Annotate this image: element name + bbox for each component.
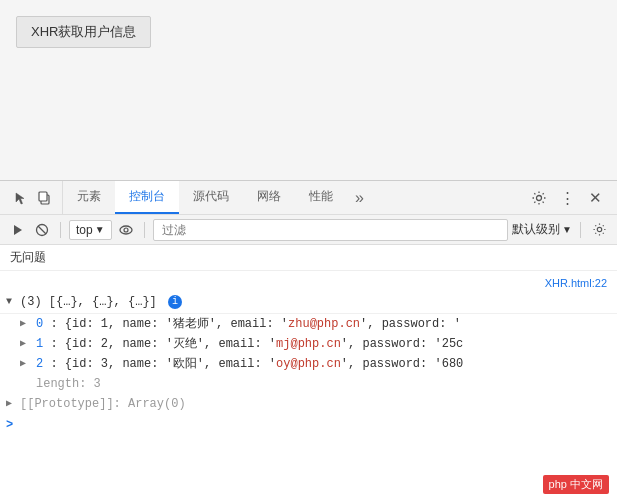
ellipsis-icon[interactable]: ⋮: [557, 188, 577, 208]
console-output: XHR.html:22 ▼ (3) [{…}, {…}, {…}] i ▶ 0 …: [0, 271, 617, 502]
prompt-symbol: >: [6, 418, 13, 432]
svg-line-5: [38, 226, 46, 234]
eye-icon[interactable]: [116, 220, 136, 240]
tab-performance[interactable]: 性能: [295, 181, 347, 214]
more-tabs-button[interactable]: »: [347, 181, 372, 214]
block-icon[interactable]: [32, 220, 52, 240]
xhr-button[interactable]: XHR获取用户信息: [16, 16, 151, 48]
devtools-actions: ⋮ ✕: [521, 188, 613, 208]
svg-point-6: [120, 226, 132, 234]
gear-icon[interactable]: [529, 188, 549, 208]
item-1-toggle[interactable]: ▶: [20, 336, 26, 351]
devtools-tabs-list: 元素 控制台 源代码 网络 性能 »: [63, 181, 521, 214]
item-2-toggle[interactable]: ▶: [20, 356, 26, 371]
file-link[interactable]: XHR.html:22: [0, 275, 617, 291]
no-issues-bar: 无问题: [0, 245, 617, 271]
top-area: XHR获取用户信息: [0, 0, 617, 180]
item-0-index: 0: [36, 317, 43, 331]
svg-marker-3: [14, 225, 22, 235]
no-issues-text: 无问题: [10, 250, 46, 264]
prototype-toggle[interactable]: ▶: [6, 396, 12, 411]
info-icon: i: [168, 295, 182, 309]
level-selector[interactable]: 默认级别 ▼: [512, 221, 572, 238]
svg-point-8: [597, 227, 601, 231]
close-icon[interactable]: ✕: [585, 188, 605, 208]
svg-point-2: [537, 195, 542, 200]
length-entry: length: 3: [0, 374, 617, 394]
prototype-entry: ▶ [[Prototype]]: Array(0): [0, 394, 617, 414]
cursor-icon[interactable]: [12, 189, 30, 207]
item-1-entry: ▶ 1 : {id: 2, name: '灭绝', email: 'mj@php…: [0, 334, 617, 354]
tab-elements[interactable]: 元素: [63, 181, 115, 214]
array-text: (3) [{…}, {…}, {…}]: [20, 295, 157, 309]
item-0-entry: ▶ 0 : {id: 1, name: '猪老师', email: 'zhu@p…: [0, 314, 617, 334]
separator-3: [580, 222, 581, 238]
tab-sources[interactable]: 源代码: [179, 181, 243, 214]
level-dropdown-icon: ▼: [562, 224, 572, 235]
item-2-entry: ▶ 2 : {id: 3, name: '欧阳', email: 'oy@php…: [0, 354, 617, 374]
item-1-index: 1: [36, 337, 43, 351]
prototype-text: [[Prototype]]: Array(0): [20, 397, 186, 411]
svg-point-7: [124, 228, 128, 232]
console-prompt[interactable]: >: [0, 414, 617, 422]
length-text: length: 3: [36, 377, 101, 391]
console-settings-icon[interactable]: [589, 220, 609, 240]
svg-rect-1: [39, 192, 47, 201]
top-selector[interactable]: top ▼: [69, 220, 112, 240]
top-label: top: [76, 223, 93, 237]
devtools-panel: 元素 控制台 源代码 网络 性能 » ⋮ ✕ top: [0, 180, 617, 502]
top-dropdown-icon: ▼: [95, 224, 105, 235]
separator-1: [60, 222, 61, 238]
copy-icon[interactable]: [36, 189, 54, 207]
separator-2: [144, 222, 145, 238]
item-1-text: : {id: 2, name: '灭绝', email: 'mj@php.cn'…: [50, 337, 463, 351]
devtools-tab-bar: 元素 控制台 源代码 网络 性能 » ⋮ ✕: [0, 181, 617, 215]
item-2-index: 2: [36, 357, 43, 371]
play-icon[interactable]: [8, 220, 28, 240]
item-0-text: : {id: 1, name: '猪老师', email: 'zhu@php.c…: [50, 317, 460, 331]
tab-console[interactable]: 控制台: [115, 181, 179, 214]
array-entry: ▼ (3) [{…}, {…}, {…}] i: [0, 291, 617, 314]
devtools-tab-icons: [4, 181, 63, 214]
item-2-text: : {id: 3, name: '欧阳', email: 'oy@php.cn'…: [50, 357, 463, 371]
item-0-toggle[interactable]: ▶: [20, 316, 26, 331]
level-label: 默认级别: [512, 221, 560, 238]
tab-network[interactable]: 网络: [243, 181, 295, 214]
watermark: php 中文网: [543, 475, 609, 494]
array-toggle[interactable]: ▼: [6, 294, 12, 309]
console-toolbar: top ▼ 默认级别 ▼: [0, 215, 617, 245]
filter-input[interactable]: [153, 219, 509, 241]
